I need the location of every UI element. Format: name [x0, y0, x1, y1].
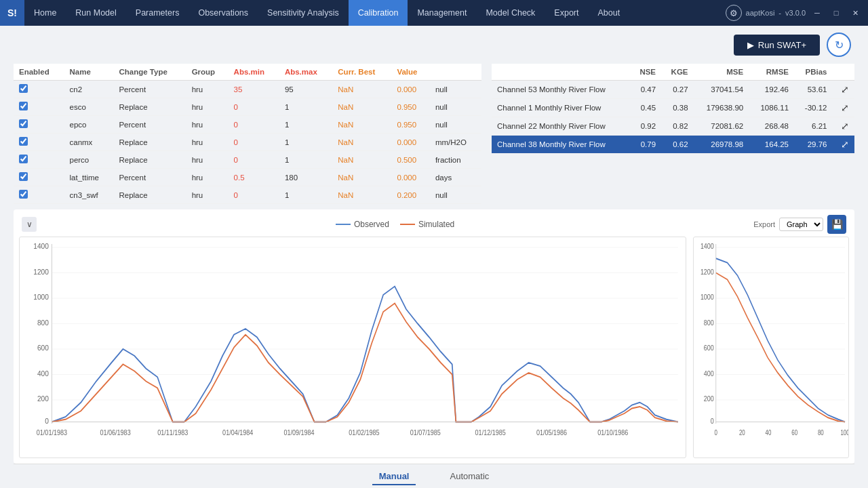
observed-line-icon — [336, 224, 351, 225]
tab-automatic[interactable]: Automatic — [443, 468, 496, 485]
table-row: cn2 Percent hru 35 95 NaN 0.000 null — [14, 81, 481, 98]
export-select[interactable]: Graph Data CSV — [779, 218, 823, 231]
unit-cell: null — [430, 81, 481, 98]
save-button[interactable]: 💾 — [827, 215, 846, 234]
export-label: Export — [753, 220, 775, 228]
svg-text:800: 800 — [704, 319, 714, 327]
nav-item-observations[interactable]: Observations — [189, 0, 258, 26]
channel-cell: Channel 38 Monthly River Flow — [492, 136, 630, 154]
col-value: Value — [391, 64, 430, 81]
titlebar-right: ⚙ aaptKosi - v3.0.0 ─ □ ✕ — [726, 5, 868, 21]
kge-cell: 0.62 — [661, 136, 693, 154]
version-number: v3.0.0 — [785, 9, 806, 17]
enabled-checkbox[interactable] — [19, 190, 28, 199]
close-button[interactable]: ✕ — [848, 5, 863, 20]
abs-max-cell: 1 — [279, 116, 332, 134]
nav-item-model-check[interactable]: Model Check — [476, 0, 545, 26]
enabled-checkbox[interactable] — [19, 102, 28, 110]
chart-link[interactable]: ⤢ — [832, 81, 854, 99]
name-cell: lat_ttime — [64, 169, 114, 186]
maximize-button[interactable]: □ — [829, 5, 844, 20]
abs-min-cell: 0 — [229, 186, 279, 204]
value-cell: 0.950 — [391, 116, 430, 134]
kge-cell: 0.38 — [661, 99, 693, 117]
enabled-checkbox[interactable] — [19, 155, 28, 163]
stats-table: NSE KGE MSE RMSE PBias Channel 53 Monthl… — [492, 64, 854, 154]
enabled-cell[interactable] — [14, 134, 64, 151]
settings-icon[interactable]: ⚙ — [726, 5, 742, 21]
curr-best-cell: NaN — [332, 134, 391, 151]
side-chart-svg: 1400 1200 1000 800 600 400 200 0 — [694, 237, 848, 458]
enabled-cell[interactable] — [14, 98, 64, 116]
side-chart: 1400 1200 1000 800 600 400 200 0 — [693, 237, 849, 458]
username-label: aaptKosi — [746, 9, 775, 17]
chart-header: ∨ Observed Simulated Export Graph Data C… — [14, 209, 854, 237]
enabled-cell[interactable] — [14, 81, 64, 98]
simulated-line-icon — [400, 224, 415, 225]
enabled-checkbox[interactable] — [19, 137, 28, 146]
pbias-cell: 53.61 — [794, 81, 832, 99]
params-table-wrap: Enabled Name Change Type Group Abs.min A… — [14, 64, 481, 204]
nav-item-sensitivity-analysis[interactable]: Sensitivity Analysis — [258, 0, 349, 26]
abs-max-cell: 95 — [279, 81, 332, 98]
table-row: epco Percent hru 0 1 NaN 0.950 null — [14, 116, 481, 134]
name-cell: epco — [64, 116, 114, 134]
svg-text:400: 400 — [37, 369, 49, 378]
col-enabled: Enabled — [14, 64, 64, 81]
rmse-cell: 1086.11 — [749, 99, 794, 117]
table-row[interactable]: Channel 1 Monthly River Flow 0.45 0.38 1… — [492, 99, 854, 117]
nav-item-about[interactable]: About — [589, 0, 630, 26]
svg-text:01/10/1986: 01/10/1986 — [597, 429, 628, 437]
table-row[interactable]: Channel 38 Monthly River Flow 0.79 0.62 … — [492, 136, 854, 154]
value-cell: 0.500 — [391, 151, 430, 169]
table-row[interactable]: Channel 22 Monthly River Flow 0.92 0.82 … — [492, 117, 854, 136]
nse-cell: 0.45 — [630, 99, 661, 117]
curr-best-cell: NaN — [332, 169, 391, 186]
svg-text:1200: 1200 — [701, 268, 714, 276]
chart-section: ∨ Observed Simulated Export Graph Data C… — [14, 209, 854, 464]
svg-text:400: 400 — [704, 369, 714, 378]
value-cell: 0.000 — [391, 169, 430, 186]
abs-max-cell: 180 — [279, 169, 332, 186]
nav-item-calibration[interactable]: Calibration — [349, 0, 408, 26]
chart-export-controls: Export Graph Data CSV 💾 — [753, 215, 846, 234]
svg-text:01/11/1983: 01/11/1983 — [157, 429, 188, 437]
collapse-button[interactable]: ∨ — [22, 217, 37, 232]
svg-text:800: 800 — [37, 319, 49, 327]
nav-item-run-model[interactable]: Run Model — [66, 0, 125, 26]
unit-cell: fraction — [430, 151, 481, 169]
nav-item-management[interactable]: Management — [408, 0, 476, 26]
group-cell: hru — [186, 186, 229, 204]
tab-manual[interactable]: Manual — [372, 468, 416, 485]
enabled-cell[interactable] — [14, 151, 64, 169]
curr-best-cell: NaN — [332, 98, 391, 116]
chart-link[interactable]: ⤢ — [832, 117, 854, 136]
enabled-checkbox[interactable] — [19, 172, 28, 181]
svg-text:01/02/1985: 01/02/1985 — [349, 429, 379, 437]
chart-link[interactable]: ⤢ — [832, 136, 854, 154]
col-channel — [492, 64, 630, 81]
table-row: perco Replace hru 0 1 NaN 0.500 fraction — [14, 151, 481, 169]
nav-item-export[interactable]: Export — [545, 0, 588, 26]
minimize-button[interactable]: ─ — [810, 5, 825, 20]
svg-text:100: 100 — [840, 430, 848, 437]
table-row: esco Replace hru 0 1 NaN 0.950 null — [14, 98, 481, 116]
enabled-cell[interactable] — [14, 186, 64, 204]
table-row[interactable]: Channel 53 Monthly River Flow 0.47 0.27 … — [492, 81, 854, 99]
enabled-checkbox[interactable] — [19, 84, 28, 93]
nav-item-home[interactable]: Home — [24, 0, 66, 26]
chart-link[interactable]: ⤢ — [832, 99, 854, 117]
refresh-button[interactable]: ↻ — [827, 33, 851, 57]
legend-simulated: Simulated — [400, 220, 454, 229]
version-label: - — [778, 9, 781, 17]
enabled-cell[interactable] — [14, 116, 64, 134]
svg-text:01/05/1986: 01/05/1986 — [536, 429, 567, 437]
group-cell: hru — [186, 169, 229, 186]
mse-cell: 37041.54 — [694, 81, 749, 99]
enabled-checkbox[interactable] — [19, 119, 28, 128]
col-abs-min: Abs.min — [229, 64, 279, 81]
nav-item-parameters[interactable]: Parameters — [126, 0, 189, 26]
run-swat-button[interactable]: ▶ Run SWAT+ — [734, 35, 820, 56]
enabled-cell[interactable] — [14, 169, 64, 186]
legend-observed: Observed — [336, 220, 389, 229]
